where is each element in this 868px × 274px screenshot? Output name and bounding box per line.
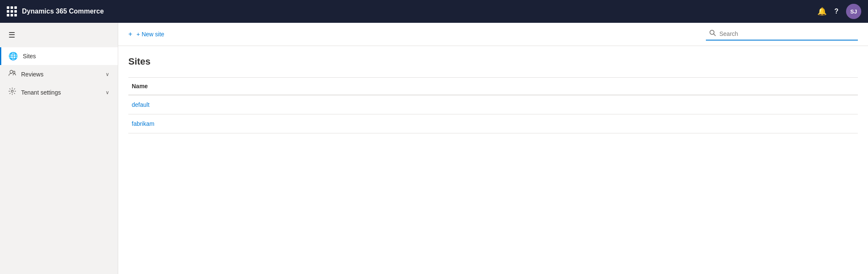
topbar-icons: 🔔 ? SJ [817,4,861,19]
svg-point-0 [10,71,13,73]
sidebar: ☰ 🌐 Sites Reviews ∨ [0,23,118,274]
new-site-label: + New site [136,31,164,38]
plus-icon: + [128,30,132,38]
table-row: default [128,95,858,114]
page-title: Sites [128,56,858,67]
sidebar-item-reviews-label: Reviews [21,71,100,78]
table-row: fabrikam [128,114,858,133]
tenant-settings-chevron-icon: ∨ [106,90,109,95]
app-title: Dynamics 365 Commerce [22,8,812,15]
search-icon [709,30,716,38]
sidebar-item-tenant-settings-label: Tenant settings [21,89,100,96]
svg-line-4 [714,34,716,36]
content-body: Sites Name default fabrikam [118,46,868,274]
table-header-row: Name [128,78,858,95]
sidebar-item-reviews[interactable]: Reviews ∨ [0,65,118,83]
site-link-default[interactable]: default [132,101,149,108]
sites-table: Name default fabrikam [128,77,858,133]
topbar: Dynamics 365 Commerce 🔔 ? SJ [0,0,868,23]
notification-icon[interactable]: 🔔 [817,7,827,16]
content-area: + + New site Sites Name [118,23,868,274]
reviews-chevron-icon: ∨ [106,71,109,77]
sidebar-item-sites[interactable]: 🌐 Sites [0,47,118,65]
search-container [706,28,858,41]
reviews-icon [8,69,16,79]
main-layout: ☰ 🌐 Sites Reviews ∨ [0,23,868,274]
settings-icon [8,87,16,97]
help-icon[interactable]: ? [834,8,838,15]
table-cell-fabrikam: fabrikam [128,114,858,133]
svg-point-1 [13,71,15,73]
name-column-header: Name [128,78,858,95]
content-toolbar: + + New site [118,23,868,46]
table-cell-default: default [128,95,858,114]
search-input[interactable] [719,30,854,37]
new-site-button[interactable]: + + New site [128,29,164,40]
svg-point-2 [11,90,14,92]
site-link-fabrikam[interactable]: fabrikam [132,120,155,127]
user-avatar[interactable]: SJ [846,4,861,19]
sidebar-item-tenant-settings[interactable]: Tenant settings ∨ [0,83,118,101]
waffle-icon[interactable] [7,6,17,16]
globe-icon: 🌐 [8,52,18,61]
svg-point-3 [710,30,714,35]
sidebar-menu-button[interactable]: ☰ [0,26,118,44]
table-body: default fabrikam [128,95,858,133]
hamburger-icon: ☰ [8,30,15,40]
sidebar-item-sites-label: Sites [23,53,109,60]
